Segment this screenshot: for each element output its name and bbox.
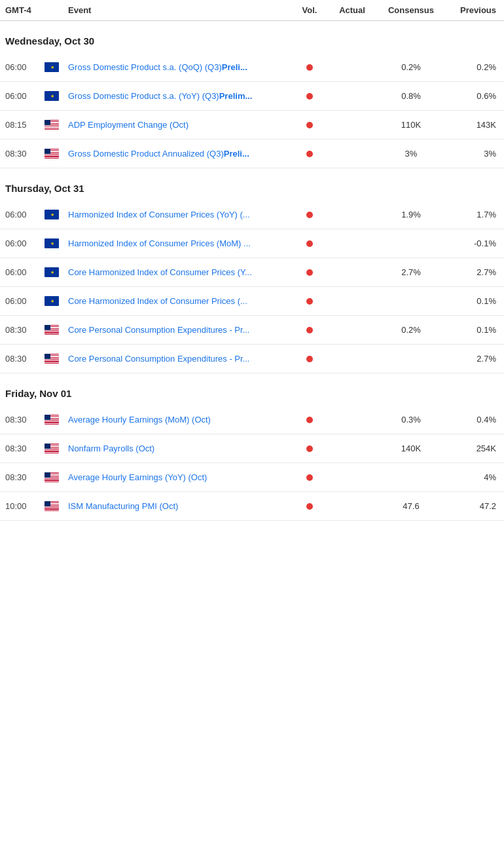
previous-value: 0.1%: [444, 325, 496, 335]
event-name[interactable]: Gross Domestic Product s.a. (YoY) (Q3)Pr…: [68, 91, 293, 101]
table-header: GMT-4 Event Vol. Actual Consensus Previo…: [0, 0, 504, 21]
vol-cell: [293, 93, 326, 100]
previous-value: 3%: [444, 149, 496, 159]
vol-cell: [293, 474, 326, 481]
us-flag-icon: [45, 472, 59, 482]
us-flag-icon: [45, 354, 59, 364]
table-row: 08:30Average Hourly Earnings (YoY) (Oct)…: [0, 463, 504, 492]
vol-cell: [293, 445, 326, 452]
table-row: 10:00ISM Manufacturing PMI (Oct)47.647.2: [0, 492, 504, 521]
previous-value: 47.2: [444, 501, 496, 511]
consensus-value: 47.6: [378, 501, 444, 511]
header-previous: Previous: [444, 5, 496, 15]
event-name[interactable]: Gross Domestic Product s.a. (QoQ) (Q3)Pr…: [68, 62, 293, 72]
flag-cell: [45, 149, 68, 159]
us-flag-icon: [45, 120, 59, 130]
vol-cell: [293, 212, 326, 218]
event-time: 06:00: [5, 210, 45, 219]
event-name[interactable]: Harmonized Index of Consumer Prices (YoY…: [68, 210, 293, 219]
volatility-dot: [306, 240, 313, 247]
table-row: 06:00Gross Domestic Product s.a. (QoQ) (…: [0, 53, 504, 82]
volatility-dot: [306, 151, 313, 157]
table-row: 06:00Gross Domestic Product s.a. (YoY) (…: [0, 82, 504, 111]
volatility-dot: [306, 64, 313, 71]
eu-flag-icon: [45, 62, 59, 72]
volatility-dot: [306, 122, 313, 128]
event-name[interactable]: ISM Manufacturing PMI (Oct): [68, 501, 293, 511]
event-time: 10:00: [5, 501, 45, 511]
event-time: 08:30: [5, 325, 45, 335]
event-time: 06:00: [5, 267, 45, 277]
us-flag-icon: [45, 415, 59, 425]
vol-cell: [293, 269, 326, 276]
event-name[interactable]: ADP Employment Change (Oct): [68, 120, 293, 130]
event-time: 08:30: [5, 472, 45, 482]
event-name[interactable]: Core Personal Consumption Expenditures -…: [68, 354, 293, 364]
table-row: 08:30Core Personal Consumption Expenditu…: [0, 316, 504, 345]
event-name[interactable]: Harmonized Index of Consumer Prices (MoM…: [68, 238, 293, 248]
consensus-value: 0.8%: [378, 91, 444, 101]
day-header-2: Friday, Nov 01: [0, 373, 504, 406]
previous-value: 0.2%: [444, 62, 496, 72]
consensus-value: 1.9%: [378, 210, 444, 219]
event-time: 08:30: [5, 354, 45, 364]
day-header-1: Thursday, Oct 31: [0, 168, 504, 200]
event-name[interactable]: Gross Domestic Product Annualized (Q3)Pr…: [68, 149, 293, 159]
volatility-dot: [306, 417, 313, 423]
event-name[interactable]: Core Personal Consumption Expenditures -…: [68, 325, 293, 335]
volatility-dot: [306, 356, 313, 362]
table-row: 08:30Average Hourly Earnings (MoM) (Oct)…: [0, 406, 504, 434]
header-event: Event: [68, 5, 293, 15]
volatility-dot: [306, 474, 313, 481]
us-flag-icon: [45, 501, 59, 511]
consensus-value: 0.2%: [378, 325, 444, 335]
vol-cell: [293, 417, 326, 423]
event-name[interactable]: Average Hourly Earnings (YoY) (Oct): [68, 472, 293, 482]
eu-flag-icon: [45, 238, 59, 248]
consensus-value: 2.7%: [378, 267, 444, 277]
previous-value: 0.4%: [444, 415, 496, 425]
previous-value: 0.1%: [444, 296, 496, 306]
event-time: 06:00: [5, 62, 45, 72]
flag-cell: [45, 91, 68, 101]
volatility-dot: [306, 212, 313, 218]
volatility-dot: [306, 298, 313, 305]
flag-cell: [45, 120, 68, 130]
volatility-dot: [306, 93, 313, 100]
us-flag-icon: [45, 149, 59, 159]
vol-cell: [293, 327, 326, 333]
table-row: 08:30Nonfarm Payrolls (Oct)140K254K: [0, 434, 504, 463]
event-time: 08:15: [5, 120, 45, 130]
consensus-value: 0.3%: [378, 415, 444, 425]
previous-value: 2.7%: [444, 354, 496, 364]
event-time: 06:00: [5, 91, 45, 101]
eu-flag-icon: [45, 296, 59, 306]
event-name[interactable]: Average Hourly Earnings (MoM) (Oct): [68, 415, 293, 425]
table-row: 08:30Gross Domestic Product Annualized (…: [0, 140, 504, 168]
previous-value: 2.7%: [444, 267, 496, 277]
event-name[interactable]: Nonfarm Payrolls (Oct): [68, 444, 293, 453]
table-row: 06:00Core Harmonized Index of Consumer P…: [0, 287, 504, 316]
flag-cell: [45, 325, 68, 335]
consensus-value: 0.2%: [378, 62, 444, 72]
flag-cell: [45, 415, 68, 425]
header-actual: Actual: [326, 5, 378, 15]
event-time: 08:30: [5, 149, 45, 159]
header-vol: Vol.: [293, 5, 326, 15]
consensus-value: 140K: [378, 444, 444, 453]
flag-cell: [45, 472, 68, 482]
event-time: 06:00: [5, 238, 45, 248]
table-row: 06:00Harmonized Index of Consumer Prices…: [0, 229, 504, 258]
flag-cell: [45, 296, 68, 306]
event-name[interactable]: Core Harmonized Index of Consumer Prices…: [68, 267, 293, 277]
event-name[interactable]: Core Harmonized Index of Consumer Prices…: [68, 296, 293, 306]
flag-cell: [45, 238, 68, 248]
vol-cell: [293, 122, 326, 128]
eu-flag-icon: [45, 267, 59, 277]
flag-cell: [45, 444, 68, 453]
us-flag-icon: [45, 325, 59, 335]
us-flag-icon: [45, 444, 59, 453]
volatility-dot: [306, 269, 313, 276]
event-time: 06:00: [5, 296, 45, 306]
previous-value: 4%: [444, 472, 496, 482]
